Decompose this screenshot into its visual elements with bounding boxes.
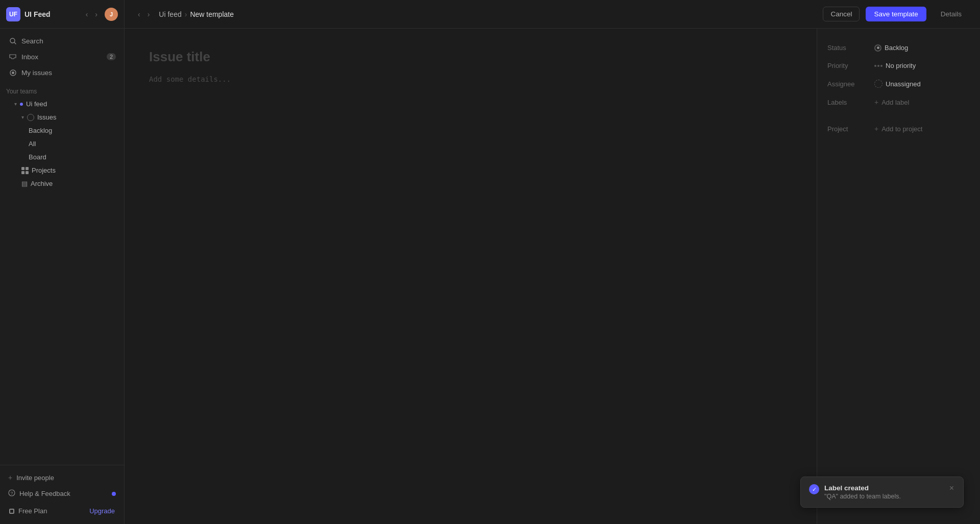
search-icon bbox=[8, 36, 17, 45]
sidebar-item-projects[interactable]: Projects bbox=[2, 164, 122, 177]
free-plan-icon bbox=[9, 509, 14, 514]
upgrade-row: Free Plan Upgrade bbox=[2, 502, 122, 520]
add-project-text: Add to project bbox=[881, 125, 922, 133]
breadcrumb-current: New template bbox=[190, 10, 234, 18]
issues-label: Issues bbox=[37, 113, 57, 121]
help-icon: ? bbox=[8, 489, 15, 498]
my-issues-icon bbox=[8, 68, 17, 77]
breadcrumb: Ui feed › New template bbox=[159, 10, 234, 18]
priority-row: Priority No priority bbox=[817, 57, 980, 75]
priority-icon bbox=[874, 65, 883, 67]
team-icon bbox=[20, 103, 23, 106]
sidebar-item-my-issues[interactable]: My issues bbox=[2, 65, 122, 80]
upgrade-button[interactable]: Upgrade bbox=[89, 507, 115, 515]
status-label: Status bbox=[827, 44, 868, 52]
chevron-down-icon: ▾ bbox=[14, 101, 17, 107]
editor-area bbox=[125, 29, 817, 524]
inbox-label: Inbox bbox=[21, 53, 38, 61]
your-teams-section: Your teams bbox=[0, 81, 124, 97]
archive-icon: ▤ bbox=[21, 180, 28, 187]
ui-feed-label: Ui feed bbox=[26, 100, 47, 108]
priority-value[interactable]: No priority bbox=[874, 62, 916, 69]
labels-label: Labels bbox=[827, 99, 868, 106]
breadcrumb-separator: › bbox=[185, 10, 187, 18]
add-to-project-button[interactable]: + Add to project bbox=[874, 125, 922, 133]
project-row: Project + Add to project bbox=[817, 120, 980, 138]
sidebar-item-backlog[interactable]: Backlog bbox=[2, 124, 122, 137]
assignee-label: Assignee bbox=[827, 80, 868, 88]
sidebar-item-inbox[interactable]: Inbox 2 bbox=[2, 49, 122, 64]
sidebar-item-board[interactable]: Board bbox=[2, 151, 122, 163]
issue-title-input[interactable] bbox=[149, 49, 792, 65]
projects-icon bbox=[21, 167, 29, 174]
assignee-icon bbox=[874, 80, 883, 88]
topbar-forward-button[interactable]: › bbox=[144, 8, 153, 20]
app-title: UI Feed bbox=[24, 10, 79, 18]
archive-label: Archive bbox=[31, 180, 53, 187]
free-plan-label: Free Plan bbox=[18, 507, 47, 515]
cancel-button[interactable]: Cancel bbox=[823, 7, 860, 21]
chevron-right-icon: ▾ bbox=[21, 114, 24, 120]
toast-title: Label created bbox=[824, 484, 943, 492]
details-panel: Status Backlog Priority No priorit bbox=[817, 29, 980, 524]
status-value[interactable]: Backlog bbox=[874, 44, 908, 52]
toast-content: Label created "QA" added to team labels. bbox=[824, 484, 943, 500]
top-bar: ‹ › Ui feed › New template Cancel Save t… bbox=[125, 0, 980, 29]
labels-row: Labels + Add label bbox=[817, 93, 980, 111]
assignee-value[interactable]: Unassigned bbox=[874, 80, 921, 88]
topbar-back-button[interactable]: ‹ bbox=[135, 8, 143, 20]
inbox-badge: 2 bbox=[107, 53, 116, 60]
assignee-row: Assignee Unassigned bbox=[817, 75, 980, 93]
svg-text:?: ? bbox=[10, 491, 13, 496]
svg-line-1 bbox=[14, 42, 15, 43]
sidebar-item-all[interactable]: All bbox=[2, 137, 122, 150]
help-label: Help & Feedback bbox=[19, 490, 70, 497]
add-project-icon: + bbox=[874, 125, 878, 133]
user-avatar[interactable]: J bbox=[105, 8, 118, 21]
save-template-button[interactable]: Save template bbox=[866, 7, 926, 21]
toast-message: "QA" added to team labels. bbox=[824, 493, 943, 500]
my-issues-label: My issues bbox=[21, 69, 52, 77]
invite-icon: + bbox=[8, 473, 12, 482]
invite-people-item[interactable]: + Invite people bbox=[2, 470, 122, 485]
priority-label: Priority bbox=[827, 62, 868, 69]
sidebar: UF UI Feed ‹ › J Search Inbox 2 bbox=[0, 0, 125, 524]
app-logo: UF bbox=[6, 7, 20, 21]
breadcrumb-parent[interactable]: Ui feed bbox=[159, 10, 181, 18]
details-tab[interactable]: Details bbox=[933, 10, 970, 18]
inbox-icon bbox=[8, 52, 17, 61]
back-arrow-button[interactable]: ‹ bbox=[83, 8, 91, 20]
projects-label: Projects bbox=[32, 166, 56, 174]
add-label-button[interactable]: + Add label bbox=[874, 98, 909, 106]
toast-notification: ✓ Label created "QA" added to team label… bbox=[800, 477, 964, 508]
invite-label: Invite people bbox=[16, 474, 54, 482]
nav-arrows: ‹ › bbox=[83, 8, 101, 20]
sidebar-item-issues[interactable]: ▾ Issues bbox=[2, 111, 122, 124]
search-label: Search bbox=[21, 37, 43, 45]
assignee-text: Unassigned bbox=[886, 80, 921, 88]
priority-text: No priority bbox=[886, 62, 916, 69]
forward-arrow-button[interactable]: › bbox=[92, 8, 101, 20]
sidebar-item-search[interactable]: Search bbox=[2, 33, 122, 49]
issue-description-input[interactable] bbox=[149, 75, 792, 228]
sidebar-item-archive[interactable]: ▤ Archive bbox=[2, 177, 122, 190]
all-label: All bbox=[29, 140, 36, 148]
status-icon bbox=[874, 44, 881, 52]
topbar-nav-arrows: ‹ › bbox=[135, 8, 153, 20]
help-feedback-item[interactable]: ? Help & Feedback bbox=[2, 486, 122, 502]
add-label-text: Add label bbox=[881, 99, 909, 106]
sidebar-nav: Search Inbox 2 My issues Your teams bbox=[0, 29, 124, 465]
sidebar-footer: + Invite people ? Help & Feedback Free P… bbox=[0, 465, 124, 524]
project-label: Project bbox=[827, 125, 868, 133]
backlog-label: Backlog bbox=[29, 127, 52, 134]
sidebar-item-ui-feed[interactable]: ▾ Ui feed bbox=[2, 98, 122, 110]
main-area: ‹ › Ui feed › New template Cancel Save t… bbox=[125, 0, 980, 524]
content-area: Status Backlog Priority No priorit bbox=[125, 29, 980, 524]
svg-point-3 bbox=[12, 72, 14, 74]
board-label: Board bbox=[29, 153, 46, 161]
add-label-icon: + bbox=[874, 98, 878, 106]
sidebar-header: UF UI Feed ‹ › J bbox=[0, 0, 124, 29]
issues-icon bbox=[27, 114, 34, 121]
status-row: Status Backlog bbox=[817, 39, 980, 57]
toast-close-button[interactable]: × bbox=[948, 484, 955, 492]
